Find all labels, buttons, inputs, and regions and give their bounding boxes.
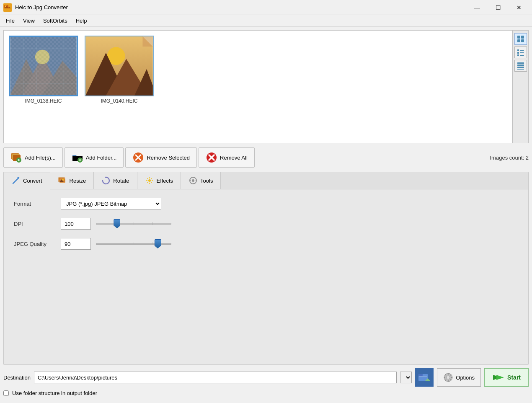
slider-tick	[134, 243, 134, 245]
titlebar: Heic to Jpg Converter — ☐ ✕	[0, 0, 532, 15]
svg-line-66	[151, 182, 152, 183]
folder-structure-checkbox[interactable]	[3, 390, 9, 396]
images-count: Images count: 2	[490, 155, 529, 161]
remove-all-label: Remove All	[220, 155, 248, 161]
svg-rect-28	[517, 36, 520, 39]
remove-all-button[interactable]: Remove All	[199, 147, 255, 168]
tab-effects[interactable]: Effects	[137, 172, 181, 189]
format-select[interactable]: JPG (*.jpg) JPEG BitmapPNG (*.png)BMP (*…	[61, 198, 161, 209]
svg-point-70	[192, 179, 194, 182]
list-item[interactable]: IMG_0138.HEIC	[9, 36, 78, 104]
remove-all-icon	[206, 152, 217, 163]
menu-softorbits[interactable]: SoftOrbits	[39, 16, 72, 25]
svg-line-65	[147, 178, 148, 179]
rotate-tab-icon	[101, 176, 111, 185]
add-files-label: Add File(s)...	[25, 155, 56, 161]
svg-marker-91	[496, 375, 504, 380]
image-name-2: IMG_0140.HEIC	[101, 98, 137, 104]
image-thumbnail-2[interactable]	[85, 36, 154, 96]
list-view-button[interactable]	[514, 46, 527, 58]
quality-slider-thumb[interactable]	[155, 239, 161, 248]
detail-view-button[interactable]	[514, 60, 527, 72]
tab-effects-label: Effects	[157, 178, 173, 184]
menu-help[interactable]: Help	[72, 16, 91, 25]
svg-rect-78	[419, 376, 427, 377]
remove-selected-icon	[132, 152, 144, 163]
image-area: IMG_0138.HEIC	[3, 30, 529, 143]
add-folder-button[interactable]: Add Folder...	[65, 147, 124, 168]
quality-input[interactable]	[61, 238, 91, 250]
svg-line-67	[151, 178, 152, 179]
checkbox-row: Use folder structure in output folder	[3, 390, 529, 396]
image-grid: IMG_0138.HEIC	[4, 31, 528, 143]
svg-rect-34	[517, 52, 519, 54]
effects-tab-icon	[145, 176, 154, 185]
svg-rect-35	[520, 52, 524, 53]
start-label: Start	[507, 374, 521, 381]
svg-rect-36	[517, 54, 519, 56]
tab-tools-label: Tools	[200, 178, 213, 184]
svg-rect-50	[80, 159, 80, 161]
minimize-button[interactable]: —	[467, 2, 487, 13]
svg-rect-39	[517, 65, 524, 66]
dpi-label: DPI	[14, 221, 56, 227]
view-sidebar	[512, 31, 528, 143]
start-button[interactable]: Start	[484, 368, 529, 387]
svg-rect-33	[520, 50, 524, 51]
resize-tab-icon	[58, 176, 67, 185]
tab-rotate-label: Rotate	[113, 178, 129, 184]
slider-tick	[152, 222, 153, 225]
svg-rect-77	[418, 374, 423, 376]
tab-bar: Convert Resize	[4, 172, 528, 189]
slider-tick	[115, 243, 115, 245]
tab-convert[interactable]: Convert	[4, 173, 50, 189]
add-folder-icon	[72, 152, 83, 163]
dpi-input[interactable]	[61, 218, 91, 230]
format-row: Format JPG (*.jpg) JPEG BitmapPNG (*.png…	[14, 198, 518, 209]
quality-slider[interactable]	[96, 240, 171, 248]
maximize-button[interactable]: ☐	[488, 2, 508, 13]
thumbnail-view-button[interactable]	[514, 33, 527, 45]
tab-resize-label: Resize	[70, 178, 86, 184]
menubar: File View SoftOrbits Help	[0, 15, 532, 27]
destination-input[interactable]	[34, 372, 397, 383]
toolbar: Add File(s)... Add Folder...	[3, 147, 529, 168]
window-controls: — ☐ ✕	[467, 2, 529, 13]
dpi-slider-thumb[interactable]	[114, 219, 120, 228]
tab-section: Convert Resize	[3, 172, 529, 365]
svg-rect-41	[517, 69, 524, 70]
destination-label: Destination	[3, 375, 31, 381]
tab-tools[interactable]: Tools	[181, 172, 221, 189]
svg-rect-38	[517, 62, 524, 64]
quality-label: JPEG Quality	[14, 241, 56, 247]
menu-file[interactable]: File	[2, 16, 19, 25]
add-folder-label: Add Folder...	[86, 155, 117, 161]
close-button[interactable]: ✕	[509, 2, 529, 13]
svg-line-68	[147, 182, 148, 183]
destination-row: Destination	[3, 368, 529, 387]
add-files-icon	[10, 152, 22, 163]
dpi-row: DPI	[14, 218, 518, 230]
destination-browse-button[interactable]	[415, 368, 434, 387]
list-item[interactable]: IMG_0140.HEIC	[85, 36, 154, 104]
slider-tick	[152, 243, 153, 245]
remove-selected-label: Remove Selected	[147, 155, 190, 161]
tab-rotate[interactable]: Rotate	[94, 172, 137, 189]
options-button[interactable]: Options	[437, 368, 481, 387]
destination-dropdown[interactable]	[400, 372, 412, 383]
app-icon	[3, 3, 12, 12]
image-thumbnail-1[interactable]	[9, 36, 78, 96]
svg-rect-30	[517, 39, 520, 42]
image-name-1: IMG_0138.HEIC	[25, 98, 62, 104]
format-label: Format	[14, 201, 56, 207]
app-title: Heic to Jpg Converter	[15, 4, 467, 10]
dpi-slider[interactable]	[96, 220, 171, 228]
tab-convert-label: Convert	[23, 178, 42, 184]
svg-rect-32	[517, 49, 519, 51]
bottom-area: Destination	[3, 368, 529, 400]
menu-view[interactable]: View	[19, 16, 39, 25]
add-files-button[interactable]: Add File(s)...	[3, 147, 63, 168]
tab-resize[interactable]: Resize	[50, 172, 94, 189]
remove-selected-button[interactable]: Remove Selected	[125, 147, 197, 168]
svg-rect-40	[517, 67, 524, 68]
